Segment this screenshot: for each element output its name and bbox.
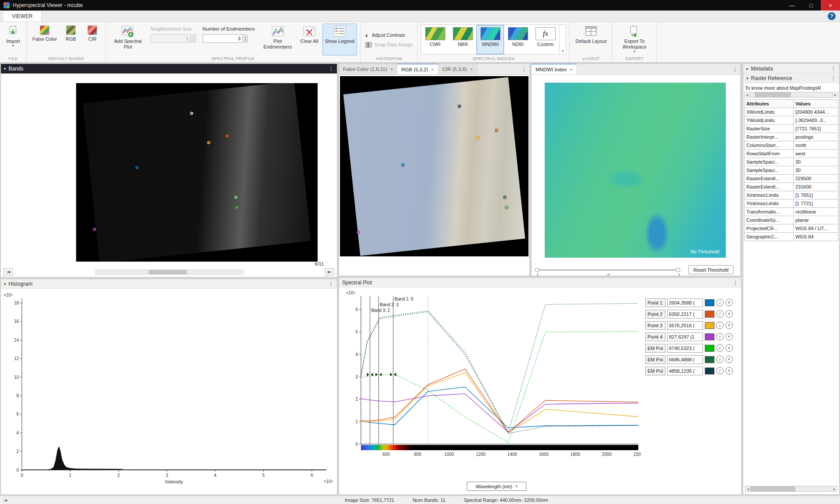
info-icon[interactable]: i: [716, 367, 724, 374]
point-marker-1[interactable]: [190, 112, 193, 115]
scroll-left-icon[interactable]: ◀: [745, 486, 751, 492]
panel-menu-icon[interactable]: ⋮: [831, 66, 836, 72]
table-row[interactable]: XIntrinsicLimits[1 7651]: [745, 191, 838, 200]
table-row[interactable]: RowsStartFromwest: [745, 150, 838, 158]
point-marker-1[interactable]: [458, 105, 461, 108]
spectral-plot-chart[interactable]: 0123456600800100012001400160018002000220…: [343, 289, 641, 469]
table-row[interactable]: RasterSize[7721 7651]: [745, 125, 838, 133]
close-icon[interactable]: ×: [725, 333, 733, 340]
num-endmembers-spinner[interactable]: ▴▾: [244, 35, 248, 42]
legend-color-swatch[interactable]: [705, 345, 714, 352]
legend-color-swatch[interactable]: [705, 333, 714, 340]
histogram-chart[interactable]: 0246810121416180123456×10⁴×10⁴Intensity: [2, 290, 335, 493]
adjust-contrast-button[interactable]: ◐ Adjust Contrast: [365, 32, 413, 38]
default-layout-button[interactable]: Default Layout: [573, 24, 609, 56]
metadata-bottom-scrollbar[interactable]: ◀ ▶: [745, 486, 837, 492]
close-icon[interactable]: ×: [725, 356, 733, 363]
first-band-button[interactable]: |◀: [4, 268, 13, 276]
legend-point-label[interactable]: Point 2: [645, 310, 665, 318]
tab-rgb[interactable]: RGB (5,3,2) ×: [397, 63, 438, 74]
metadata-info-scrollbar[interactable]: ◀ ▶: [744, 92, 838, 98]
spectral-plot-header[interactable]: Spectral Plot ⋮: [339, 278, 741, 287]
legend-point-label[interactable]: EM Poi: [645, 344, 665, 353]
raster-reference-header[interactable]: ▾ Raster Reference ⋮: [743, 74, 839, 83]
point-marker-7[interactable]: [357, 231, 360, 234]
rgb-button[interactable]: RGB: [61, 24, 81, 56]
panel-menu-icon[interactable]: ⋮: [329, 281, 334, 287]
close-button[interactable]: ×: [821, 0, 840, 10]
scroll-left-icon[interactable]: ◀: [744, 92, 750, 98]
plot-endmembers-button[interactable]: Plot Endmembers: [259, 24, 297, 56]
add-spectral-plot-button[interactable]: Add Spectral Plot: [109, 24, 147, 56]
tab-cir[interactable]: CIR (5,3,6) ×: [438, 64, 477, 74]
panel-menu-icon[interactable]: ⋮: [733, 280, 738, 286]
close-icon[interactable]: ×: [725, 310, 733, 318]
info-icon[interactable]: i: [716, 356, 724, 363]
help-button[interactable]: ?: [828, 12, 836, 20]
legend-color-swatch[interactable]: [705, 322, 714, 329]
export-to-workspace-button[interactable]: Export To Workspace ▾: [616, 24, 653, 56]
gallery-dropdown-button[interactable]: ▾: [559, 25, 566, 54]
point-marker-4[interactable]: [136, 166, 139, 169]
collapse-icon[interactable]: ▾: [746, 76, 749, 80]
table-row[interactable]: SampleSpaci...30: [745, 158, 838, 166]
bands-panel-header[interactable]: ▾ Bands ⋮: [1, 64, 337, 74]
collapse-icon[interactable]: ▾: [4, 282, 6, 286]
import-button[interactable]: Import ▾: [3, 24, 23, 56]
table-row[interactable]: YWorldLimits[-3629400 -3...: [745, 116, 838, 125]
threshold-knob-right[interactable]: [676, 268, 680, 272]
table-row[interactable]: GeographicC...WGS 84: [745, 233, 838, 241]
scrollbar-track[interactable]: [751, 486, 832, 492]
point-marker-3[interactable]: [207, 141, 210, 144]
table-row[interactable]: ColumnsStart...north: [745, 141, 838, 150]
last-band-button[interactable]: ▶|: [325, 268, 334, 276]
bands-image-canvas[interactable]: [76, 83, 318, 262]
point-marker-5[interactable]: [503, 196, 506, 199]
close-icon[interactable]: ×: [570, 67, 573, 72]
index-tile-custom[interactable]: fx Custom: [532, 25, 559, 54]
point-marker-4[interactable]: [401, 164, 404, 167]
tab-mndwi-index[interactable]: MNDWI Index ×: [532, 63, 577, 74]
legend-point-label[interactable]: Point 4: [645, 332, 665, 341]
table-row[interactable]: CoordinateSy...planar: [745, 216, 838, 224]
panel-menu-icon[interactable]: ⋮: [522, 66, 527, 73]
point-marker-7[interactable]: [93, 228, 96, 231]
close-icon[interactable]: ×: [725, 344, 733, 352]
legend-point-label[interactable]: Point 1: [645, 298, 665, 307]
expand-icon[interactable]: ▸: [746, 66, 749, 71]
rgb-image-canvas[interactable]: [340, 76, 528, 256]
point-marker-6[interactable]: [235, 206, 238, 209]
minimize-button[interactable]: —: [782, 0, 802, 10]
close-icon[interactable]: ×: [725, 367, 733, 374]
metadata-header[interactable]: ▸ Metadata ⋮: [743, 64, 839, 74]
tab-false-color[interactable]: False Color (1,6,11) ×: [339, 64, 397, 74]
panel-menu-icon[interactable]: ⋮: [732, 66, 738, 73]
info-icon[interactable]: i: [716, 344, 724, 352]
legend-color-swatch[interactable]: [705, 311, 714, 318]
scroll-right-icon[interactable]: ▶: [833, 92, 838, 98]
index-tile-mndwi[interactable]: MNDWI: [476, 25, 504, 54]
legend-point-label[interactable]: Point 3: [645, 321, 665, 330]
close-icon[interactable]: ×: [390, 66, 393, 72]
panel-menu-icon[interactable]: ⋮: [831, 75, 836, 81]
scrollbar-thumb[interactable]: [751, 486, 795, 491]
scrollbar-track[interactable]: [750, 92, 833, 98]
collapse-icon[interactable]: ▾: [4, 66, 6, 71]
point-marker-2[interactable]: [226, 135, 229, 138]
table-row[interactable]: ProjectedCR...WGS 84 / UT...: [745, 224, 838, 233]
table-row[interactable]: RasterExtentI...231600: [745, 183, 838, 191]
point-marker-3[interactable]: [476, 136, 480, 140]
panel-menu-icon[interactable]: ⋮: [329, 66, 334, 72]
info-icon[interactable]: i: [716, 299, 724, 306]
table-row[interactable]: RasterInterpr...postings: [745, 133, 838, 141]
threshold-slider[interactable]: [535, 267, 680, 273]
close-icon[interactable]: ×: [470, 66, 472, 72]
close-icon[interactable]: ×: [725, 322, 733, 329]
index-tile-cmr[interactable]: CMR: [421, 25, 449, 54]
maximize-button[interactable]: □: [802, 0, 821, 10]
table-row[interactable]: Transformatio...rectilinear: [745, 208, 838, 216]
info-icon[interactable]: i: [716, 333, 724, 340]
show-legend-button[interactable]: Show Legend: [322, 24, 357, 56]
close-icon[interactable]: ×: [431, 67, 434, 72]
info-icon[interactable]: i: [716, 310, 724, 318]
